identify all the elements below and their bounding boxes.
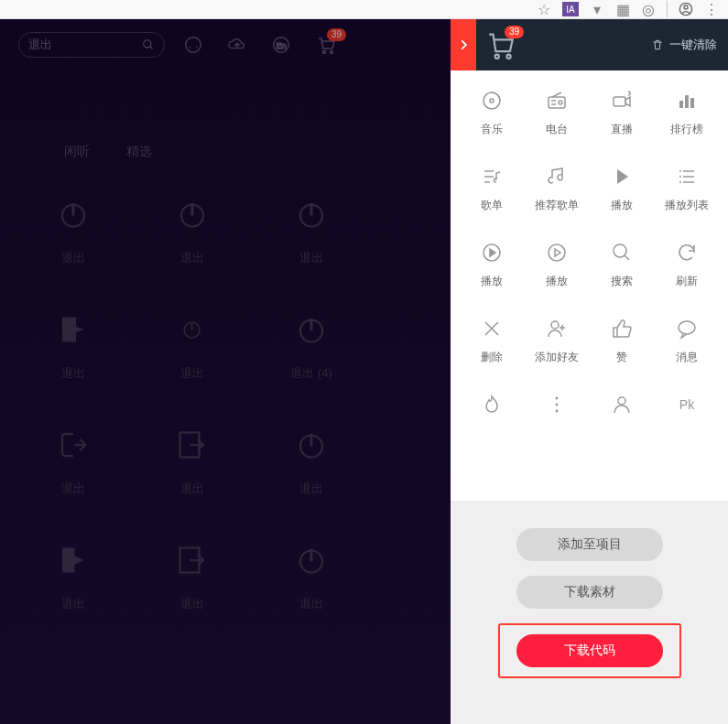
camera-icon [610,89,634,113]
panel-grid-item[interactable]: 直播 [590,89,655,137]
side-panel: 39 一键清除 音乐电台直播排行榜歌单推荐歌单播放播放列表播放播放搜索刷新删除添… [451,19,728,724]
panel-grid-item[interactable]: 赞 [590,317,655,365]
add-user-icon [545,317,569,340]
panel-item-label: 搜索 [611,274,633,289]
panel-grid-item[interactable]: 播放 [590,165,655,213]
download-code-highlight: 下载代码 [498,623,681,678]
panel-item-label: 直播 [611,122,633,137]
list-music-icon [480,165,504,189]
account-icon[interactable] [679,2,693,16]
svg-point-1 [684,5,688,9]
svg-point-20 [490,99,494,103]
panel-grid-item[interactable]: 播放 [525,241,590,289]
pk-icon: Pk [675,393,699,416]
panel-cart-icon[interactable]: 39 [485,29,516,60]
grid-icon[interactable]: ▦ [615,2,630,16]
download-asset-button[interactable]: 下载素材 [516,576,663,609]
panel-grid-item[interactable]: 播放列表 [654,165,719,213]
panel-footer: 添加至项目 下载素材 下载代码 [451,501,728,724]
radio-icon [545,89,569,113]
panel-item-label: 播放列表 [665,198,709,213]
bars-icon [675,89,699,113]
add-to-project-button[interactable]: 添加至项目 [516,528,663,561]
clear-all-label: 一键清除 [669,37,717,53]
panel-grid-item[interactable] [525,393,590,426]
panel-grid-item[interactable] [460,393,525,426]
svg-point-17 [495,55,499,59]
panel-grid-item[interactable]: 播放 [460,241,525,289]
panel-grid-item[interactable]: 歌单 [460,165,525,213]
panel-item-label: 推荐歌单 [535,198,579,213]
panel-grid-item[interactable]: 消息 [654,317,719,365]
svg-rect-23 [614,97,625,106]
clear-all-button[interactable]: 一键清除 [651,37,717,53]
dropdown-icon[interactable]: ▾ [590,2,604,16]
music-note-icon [545,165,569,189]
panel-grid-item[interactable]: 电台 [525,89,590,137]
svg-rect-25 [685,95,689,108]
target-icon[interactable]: ◎ [641,2,656,16]
svg-rect-26 [690,98,694,108]
panel-grid-item[interactable]: 排行榜 [654,89,719,137]
close-icon [480,317,504,340]
panel-item-label: 播放 [546,274,568,289]
svg-point-33 [556,404,559,406]
collapse-button[interactable] [451,19,476,70]
fire-icon [480,393,504,416]
svg-point-34 [556,410,559,413]
menu-icon[interactable]: ⋮ [704,2,719,16]
panel-item-label: 歌单 [481,198,503,213]
panel-item-label: 播放 [481,274,503,289]
refresh-icon [675,241,699,265]
panel-grid-item[interactable]: 推荐歌单 [525,165,590,213]
svg-point-28 [549,244,565,261]
svg-point-31 [679,321,695,334]
panel-cart-badge: 39 [505,26,524,38]
app-background: 退出 En 39 闲听 精选 退出退出退出退出退出退出 (4)退出退出退出退出退… [0,19,728,724]
panel-grid-item[interactable]: 音乐 [460,89,525,137]
dots-v-icon [545,393,569,416]
panel-item-label: 刷新 [676,274,698,289]
panel-item-label: 排行榜 [670,122,703,137]
panel-item-label: 赞 [616,350,627,365]
panel-grid-item[interactable]: 删除 [460,317,525,365]
play-icon [610,165,634,189]
svg-rect-24 [679,101,683,108]
svg-point-22 [559,101,562,104]
dim-overlay [0,19,451,724]
user-icon [610,393,634,416]
svg-text:Pk: Pk [679,397,694,412]
thumbs-up-icon [610,317,634,340]
svg-point-35 [618,397,625,405]
panel-item-label: 添加好友 [535,350,579,365]
svg-point-30 [551,321,559,329]
svg-point-32 [556,397,559,400]
panel-grid-item[interactable]: 搜索 [590,241,655,289]
panel-icon-grid: 音乐电台直播排行榜歌单推荐歌单播放播放列表播放播放搜索刷新删除添加好友赞消息Pk [460,89,719,426]
play-circle-icon [480,241,504,265]
playlist-icon [675,165,699,189]
download-code-button[interactable]: 下载代码 [516,634,663,667]
svg-point-29 [614,244,626,257]
panel-item-label: 播放 [611,198,633,213]
trash-icon [651,38,664,51]
divider [667,1,668,17]
panel-grid-item[interactable]: 添加好友 [525,317,590,365]
panel-header: 39 一键清除 [451,19,728,70]
panel-item-label: 删除 [481,350,503,365]
svg-point-18 [506,55,510,59]
play-circle-thin-icon [545,241,569,265]
music-disc-icon [480,89,504,113]
message-icon [675,317,699,340]
star-icon[interactable]: ☆ [537,2,551,16]
panel-grid-item[interactable]: Pk [654,393,719,426]
panel-item-label: 电台 [546,122,568,137]
panel-body: 音乐电台直播排行榜歌单推荐歌单播放播放列表播放播放搜索刷新删除添加好友赞消息Pk [451,70,728,501]
browser-toolbar: ☆ IA ▾ ▦ ◎ ⋮ [0,0,728,19]
ia-icon[interactable]: IA [562,2,579,16]
panel-grid-item[interactable]: 刷新 [654,241,719,289]
panel-item-label: 音乐 [481,122,503,137]
panel-item-label: 消息 [676,350,698,365]
panel-grid-item[interactable] [590,393,655,426]
search-icon [610,241,634,265]
